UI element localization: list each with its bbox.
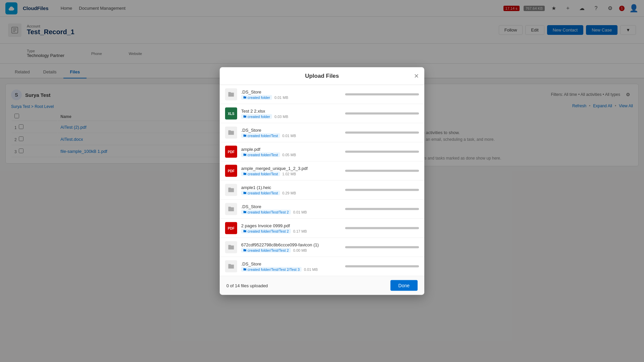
file-meta: created folder/Test/Test 2 0.00 MB [241,248,341,252]
file-name: .DS_Store [241,204,341,209]
file-meta: created folder 0.01 MB [241,95,341,100]
folder-chip: created folder/Test/Test 2 [241,209,291,214]
upload-files-modal: Upload Files ✕ .DS_Store created folder … [220,67,424,295]
progress-fill [345,132,419,134]
file-name: 672cdf9522798c8b6ccce099-favicon (1) [241,242,341,247]
file-icon-pdf: PDF [225,165,237,177]
file-icon-pdf: PDF [225,146,237,158]
file-upload-row: .DS_Store created folder 0.01 MB [220,85,424,104]
file-meta: created folder/Test/Test 2 0.17 MB [241,229,341,233]
file-meta: created folder/Test 0.01 MB [241,133,341,138]
file-upload-row: XLS Test 2 2.xlsx created folder 0.03 MB [220,104,424,123]
progress-bar [345,151,419,153]
modal-header: Upload Files ✕ [220,67,424,85]
file-meta: created folder/Test/Test 2/Test 3 0.01 M… [241,267,341,272]
folder-chip: created folder/Test/Test 2 [241,229,291,233]
file-name: .DS_Store [241,261,341,266]
file-info: .DS_Store created folder/Test/Test 2 0.0… [241,204,341,214]
folder-chip: created folder/Test [241,171,280,176]
folder-chip: created folder/Test [241,133,280,138]
progress-bar [345,246,419,248]
progress-fill [345,246,419,248]
file-size: 0.01 MB [273,95,288,99]
file-icon-folder [225,260,237,273]
folder-chip: created folder/Test/Test 2 [241,248,291,252]
progress-fill [345,113,419,115]
file-name: .DS_Store [241,89,341,94]
file-icon-folder [225,203,237,215]
file-size: 0.01 MB [292,210,307,214]
file-name: .DS_Store [241,127,341,132]
file-upload-row: ample1 (1).heic created folder/Test 0.29… [220,181,424,200]
file-upload-row: PDF ample.pdf created folder/Test 0.05 M… [220,142,424,162]
file-info: 672cdf9522798c8b6ccce099-favicon (1) cre… [241,242,341,252]
progress-bar [345,227,419,229]
file-icon-folder [225,241,237,253]
file-info: ample.pdf created folder/Test 0.05 MB [241,146,341,157]
progress-fill [345,94,419,96]
file-name: ample_merged_unique_1_2_3.pdf [241,166,341,171]
file-size: 1.02 MB [281,172,296,176]
file-upload-row: 672cdf9522798c8b6ccce099-favicon (1) cre… [220,238,424,257]
modal-body[interactable]: .DS_Store created folder 0.01 MB XLS Tes… [220,85,424,276]
file-name: ample1 (1).heic [241,185,341,190]
progress-fill [345,189,419,191]
progress-bar [345,113,419,115]
progress-fill [345,208,419,210]
file-name: ample.pdf [241,146,341,152]
file-size: 0.00 MB [292,248,307,252]
file-meta: created folder/Test 0.29 MB [241,190,341,195]
file-info: .DS_Store created folder/Test 0.01 MB [241,127,341,138]
file-icon-xlsx: XLS [225,108,237,120]
file-info: Test 2 2.xlsx created folder 0.03 MB [241,108,341,119]
file-meta: created folder/Test/Test 2 0.01 MB [241,209,341,214]
file-info: 2 pages Invoice 0999.pdf created folder/… [241,223,341,233]
modal-footer: 0 of 14 files uploaded Done [220,276,424,295]
file-upload-row: PDF 2 pages Invoice 0999.pdf created fol… [220,219,424,238]
file-meta: created folder/Test 1.02 MB [241,171,341,176]
folder-chip: created folder [241,95,272,100]
progress-fill [345,265,419,267]
file-icon-folder [225,88,237,101]
file-size: 0.29 MB [281,191,296,195]
file-info: ample1 (1).heic created folder/Test 0.29… [241,185,341,195]
folder-chip: created folder/Test [241,190,280,195]
file-upload-row: .DS_Store created folder/Test 0.01 MB [220,123,424,142]
file-size: 0.03 MB [273,114,288,118]
progress-bar [345,189,419,191]
file-meta: created folder 0.03 MB [241,114,341,119]
file-info: .DS_Store created folder/Test/Test 2/Tes… [241,261,341,272]
progress-bar [345,132,419,134]
file-icon-folder [225,127,237,139]
file-icon-folder [225,184,237,196]
done-button[interactable]: Done [390,280,418,291]
modal-close-button[interactable]: ✕ [414,72,419,80]
progress-fill [345,151,419,153]
file-name: 2 pages Invoice 0999.pdf [241,223,341,228]
file-info: ample_merged_unique_1_2_3.pdf created fo… [241,166,341,176]
progress-bar [345,265,419,267]
folder-chip: created folder/Test/Test 2/Test 3 [241,267,302,272]
folder-chip: created folder [241,114,272,119]
file-icon-pdf: PDF [225,222,237,234]
progress-fill [345,170,419,172]
progress-bar [345,208,419,210]
file-name: Test 2 2.xlsx [241,108,341,113]
file-size: 0.05 MB [281,153,296,157]
file-upload-row: .DS_Store created folder/Test/Test 2 0.0… [220,200,424,219]
file-meta: created folder/Test 0.05 MB [241,152,341,157]
modal-title: Upload Files [305,73,339,79]
file-size: 0.01 MB [281,133,296,137]
file-upload-row: PDF ample_merged_unique_1_2_3.pdf create… [220,162,424,181]
file-size: 0.01 MB [303,267,318,271]
progress-bar [345,94,419,96]
progress-fill [345,227,419,229]
footer-count: 0 of 14 files uploaded [226,283,268,288]
file-info: .DS_Store created folder 0.01 MB [241,89,341,100]
progress-bar [345,170,419,172]
file-upload-row: .DS_Store created folder/Test/Test 2/Tes… [220,257,424,276]
folder-chip: created folder/Test [241,152,280,157]
file-size: 0.17 MB [292,229,307,233]
